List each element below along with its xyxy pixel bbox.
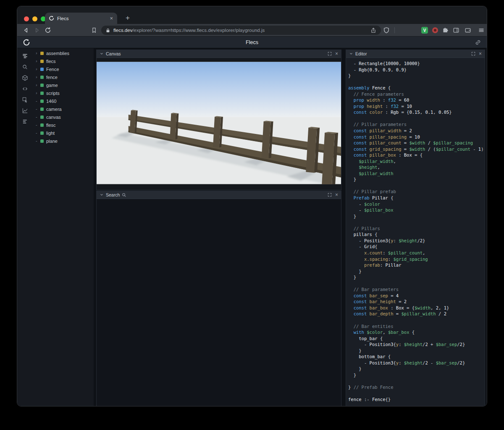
code-line: pillars { — [348, 231, 483, 238]
tree-item-scripts[interactable]: ›scripts — [32, 89, 94, 97]
expand-chevron-icon[interactable]: › — [36, 75, 40, 79]
expand-chevron-icon[interactable]: › — [36, 67, 40, 71]
extension-v-icon[interactable]: V — [421, 27, 428, 34]
forward-icon[interactable] — [32, 26, 42, 35]
tree-item-light[interactable]: -light — [32, 129, 94, 137]
search-panel-body — [97, 199, 341, 406]
expand-chevron-icon[interactable]: › — [36, 83, 40, 87]
tree-item-camera[interactable]: -camera — [32, 105, 94, 113]
back-icon[interactable] — [21, 26, 31, 35]
app-header: Flecs — [17, 37, 487, 48]
tree-item-fence[interactable]: ›fence — [32, 73, 94, 81]
lock-icon — [105, 28, 110, 33]
code-line: } // Prefab Fence — [348, 384, 483, 391]
extension-red-icon[interactable] — [432, 27, 438, 33]
side-panel-icon[interactable] — [452, 26, 461, 35]
expand-chevron-icon[interactable]: › — [36, 91, 40, 95]
inspect-icon[interactable] — [17, 94, 32, 105]
bookmark-icon[interactable] — [89, 26, 99, 35]
app-main: ›assemblies›flecs›Fence›fence›game›scrip… — [17, 48, 487, 406]
entity-kind-swatch — [40, 52, 44, 55]
canvas-panel-header: Canvas × — [97, 50, 341, 58]
outliner-icon[interactable] — [17, 50, 32, 61]
new-tab-button[interactable]: + — [122, 13, 133, 24]
reload-icon[interactable] — [43, 26, 52, 35]
code-line: const pillar_box : Box = { — [348, 152, 483, 158]
code-line: const grid_spacing = $width / ($pillar_c… — [348, 146, 483, 152]
search-icon — [122, 193, 126, 197]
code-line: const pillar_width = 2 — [348, 128, 483, 134]
expand-panel-icon[interactable] — [328, 52, 332, 56]
canvas-panel: Canvas × — [96, 50, 341, 190]
entity-kind-swatch — [40, 76, 44, 79]
tree-item-flesc[interactable]: -flesc — [32, 121, 94, 129]
code-line: // Fence parameters — [348, 91, 483, 97]
entities-icon[interactable] — [17, 72, 32, 83]
leaf-bullet-icon: - — [36, 139, 40, 143]
entity-kind-swatch — [40, 60, 44, 63]
tab-title: Flecs — [57, 16, 109, 21]
browser-tab-flecs[interactable]: Flecs × — [45, 13, 117, 24]
entity-kind-swatch — [40, 108, 44, 111]
canvas-3d-view[interactable] — [97, 62, 341, 184]
page-title: Flecs — [17, 39, 487, 45]
wallet-icon[interactable] — [463, 26, 472, 35]
tab-strip: Flecs × + — [17, 6, 487, 24]
code-line: const color : Rgb = {0.15, 0.1, 0.05} — [348, 109, 483, 115]
tree-item-game[interactable]: ›game — [32, 81, 94, 89]
expand-chevron-icon[interactable]: › — [36, 59, 40, 63]
chart-icon[interactable] — [17, 105, 32, 116]
code-line: } — [348, 176, 483, 183]
editor-code[interactable]: - Rectangle{10000, 10000} - Rgb{0.9, 0.9… — [346, 58, 485, 406]
tree-item-label: scripts — [46, 91, 60, 96]
minimize-window-button[interactable] — [32, 16, 37, 21]
search-icon[interactable] — [17, 61, 32, 72]
code-line: $pillar_width — [348, 170, 483, 177]
close-panel-icon[interactable]: × — [479, 51, 482, 56]
tree-item-plane[interactable]: -plane — [32, 137, 94, 145]
code-line: assembly Fence { — [348, 85, 483, 91]
tree-item-canvas[interactable]: -canvas — [32, 113, 94, 121]
search-panel-title: Search — [106, 192, 120, 197]
close-tab-icon[interactable]: × — [109, 16, 113, 21]
code-line: } — [348, 366, 483, 372]
code-line: const pillar_count = $width / $pillar_sp… — [348, 140, 483, 146]
tree-item-Fence[interactable]: ›Fence — [32, 65, 94, 73]
stats-icon[interactable] — [17, 116, 32, 127]
close-window-button[interactable] — [24, 16, 29, 21]
collapse-chevron-icon[interactable] — [349, 52, 353, 56]
expand-panel-icon[interactable] — [328, 193, 332, 197]
brave-shield-icon[interactable] — [382, 26, 391, 35]
browser-window: Flecs × + flecs.dev/explorer/?wasm=https… — [17, 6, 487, 406]
code-line: top_bar { — [348, 336, 483, 342]
code-line: } — [348, 348, 483, 354]
tree-item-label: assemblies — [46, 51, 69, 56]
canvas-panel-title: Canvas — [106, 51, 121, 56]
extensions-puzzle-icon[interactable] — [441, 26, 450, 35]
collapse-chevron-icon[interactable] — [100, 52, 104, 56]
menu-icon[interactable] — [477, 26, 486, 35]
tree-item-assemblies[interactable]: ›assemblies — [32, 49, 94, 57]
code-line: // Bar parameters — [348, 286, 483, 293]
expand-panel-icon[interactable] — [471, 52, 475, 56]
code-line — [348, 281, 483, 287]
code-icon[interactable] — [17, 83, 32, 94]
address-bar[interactable]: flecs.dev/explorer/?wasm=https://www.fle… — [101, 26, 381, 35]
share-icon[interactable] — [370, 27, 377, 34]
collapse-chevron-icon[interactable] — [100, 193, 104, 197]
close-panel-icon[interactable]: × — [335, 192, 338, 197]
tree-item-1460[interactable]: -1460 — [32, 97, 94, 105]
code-line: $height, — [348, 164, 483, 170]
expand-chevron-icon[interactable]: › — [36, 51, 40, 55]
code-line: prefab: Pillar — [348, 262, 483, 268]
link-icon[interactable] — [475, 39, 481, 46]
code-line: $pillar_width, — [348, 158, 483, 165]
close-panel-icon[interactable]: × — [335, 51, 338, 56]
tree-item-flecs[interactable]: ›flecs — [32, 57, 94, 65]
code-line: - Rgb{0.9, 0.9, 0.9} — [348, 67, 483, 73]
code-line: const bar_box : Box = {$width, 2, 1} — [348, 305, 483, 311]
code-line: - Grid{ — [348, 244, 483, 250]
leaf-bullet-icon: - — [36, 115, 40, 119]
tree-item-label: plane — [46, 139, 58, 144]
code-line: x.count: $pillar_count, — [348, 250, 483, 256]
